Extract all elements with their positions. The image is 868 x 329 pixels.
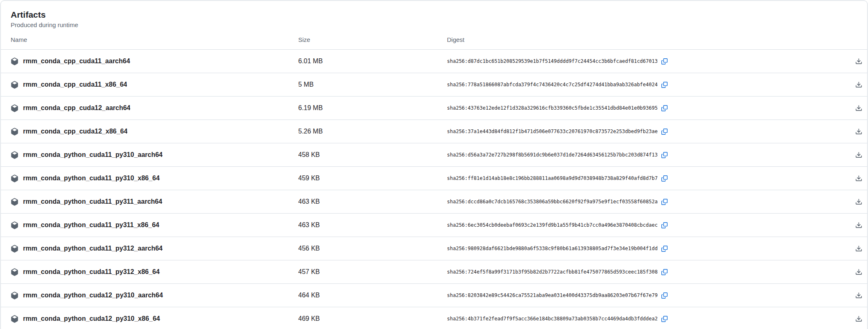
artifact-digest-cell: sha256:d87dc1bc651b208529539e1b7f5149ddd… (447, 58, 846, 64)
download-artifact-button[interactable] (855, 315, 862, 322)
artifact-name-cell: rmm_conda_cpp_cuda11_aarch64 (11, 58, 298, 65)
download-artifact-button[interactable] (855, 128, 862, 135)
artifact-size: 463 KB (298, 198, 447, 205)
table-row: rmm_conda_python_cuda11_py312_x86_64 457… (1, 260, 867, 284)
package-icon (11, 58, 18, 65)
artifact-name-cell: rmm_conda_python_cuda11_py311_x86_64 (11, 221, 298, 229)
table-row: rmm_conda_python_cuda11_py310_aarch64 45… (1, 143, 867, 167)
artifact-digest: sha256:43763e12ede12f1d328a329616cfb3393… (447, 105, 658, 111)
download-icon (855, 245, 862, 252)
artifact-size: 6.19 MB (298, 104, 447, 112)
copy-digest-button[interactable] (661, 129, 668, 135)
copy-digest-button[interactable] (661, 199, 668, 205)
package-icon (11, 221, 18, 229)
artifact-name: rmm_conda_cpp_cuda11_aarch64 (23, 58, 130, 65)
copy-icon (661, 199, 668, 205)
artifact-name-cell: rmm_conda_python_cuda11_py312_x86_64 (11, 268, 298, 276)
artifact-digest-cell: sha256:4b371fe2fead7f9f5acc366e184bc3880… (447, 316, 846, 322)
package-icon (11, 151, 18, 159)
download-artifact-button[interactable] (855, 81, 862, 88)
artifact-name: rmm_conda_python_cuda11_py311_aarch64 (23, 198, 162, 205)
artifact-name: rmm_conda_python_cuda11_py310_x86_64 (23, 175, 160, 182)
artifact-digest: sha256:8203842e89c54426ca75521aba9ea031e… (447, 292, 658, 298)
artifact-size: 457 KB (298, 268, 447, 276)
artifact-name-cell: rmm_conda_python_cuda12_py310_aarch64 (11, 292, 298, 299)
artifact-actions-cell (846, 58, 862, 65)
artifact-digest: sha256:d56a3a72e727b298f8b5691dc9b6e037d… (447, 152, 658, 158)
artifact-name: rmm_conda_python_cuda12_py310_x86_64 (23, 315, 160, 322)
download-artifact-button[interactable] (855, 222, 862, 229)
download-icon (855, 292, 862, 299)
column-header-digest: Digest (447, 36, 846, 44)
copy-digest-button[interactable] (661, 82, 668, 88)
artifact-name-cell: rmm_conda_cpp_cuda11_x86_64 (11, 81, 298, 89)
artifacts-card-header: Artifacts Produced during runtime (1, 1, 867, 29)
copy-digest-button[interactable] (661, 269, 668, 275)
artifact-actions-cell (846, 269, 862, 276)
artifact-digest-cell: sha256:6ec3054cb0deebaf0693c2e139fd9b1a5… (447, 222, 846, 228)
download-artifact-button[interactable] (855, 269, 862, 276)
artifact-size: 459 KB (298, 175, 447, 182)
download-artifact-button[interactable] (855, 105, 862, 112)
artifact-size: 5 MB (298, 81, 447, 88)
package-icon (11, 268, 18, 276)
copy-digest-button[interactable] (661, 222, 668, 228)
artifact-actions-cell (846, 128, 862, 135)
artifact-digest-cell: sha256:778a51866087abfcda379f4c7436420c4… (447, 82, 846, 88)
artifact-actions-cell (846, 105, 862, 112)
artifact-actions-cell (846, 198, 862, 205)
table-row: rmm_conda_python_cuda11_py312_aarch64 45… (1, 237, 867, 260)
download-icon (855, 128, 862, 135)
artifact-size: 469 KB (298, 315, 447, 322)
package-icon (11, 175, 18, 182)
artifact-size: 463 KB (298, 221, 447, 229)
table-row: rmm_conda_cpp_cuda11_aarch64 6.01 MB sha… (1, 50, 867, 73)
copy-digest-button[interactable] (661, 175, 668, 182)
artifact-size: 6.01 MB (298, 58, 447, 65)
download-artifact-button[interactable] (855, 152, 862, 159)
package-icon (11, 245, 18, 253)
copy-icon (661, 175, 668, 182)
copy-icon (661, 129, 668, 135)
artifact-digest-cell: sha256:980928daf6621bde9880a6f5338c9f80b… (447, 246, 846, 252)
table-row: rmm_conda_cpp_cuda12_x86_64 5.26 MB sha2… (1, 120, 867, 143)
copy-digest-button[interactable] (661, 105, 668, 111)
artifact-digest: sha256:ff81e1d14ab18e8c196bb288811aa0698… (447, 175, 658, 181)
download-icon (855, 105, 862, 112)
copy-icon (661, 152, 668, 158)
artifact-digest-cell: sha256:724ef5f8a99f3171b3f95b82d2b7722ac… (447, 269, 846, 275)
artifact-digest-cell: sha256:dccd86a0c7dcb165768c353806a59bbc6… (447, 199, 846, 205)
copy-icon (661, 292, 668, 299)
artifact-name: rmm_conda_python_cuda12_py310_aarch64 (23, 292, 163, 299)
download-artifact-button[interactable] (855, 58, 862, 65)
download-artifact-button[interactable] (855, 175, 862, 182)
copy-digest-button[interactable] (661, 152, 668, 158)
copy-icon (661, 58, 668, 64)
artifact-name: rmm_conda_cpp_cuda12_aarch64 (23, 104, 130, 112)
table-row: rmm_conda_python_cuda11_py311_x86_64 463… (1, 214, 867, 237)
artifact-digest: sha256:d87dc1bc651b208529539e1b7f5149ddd… (447, 58, 658, 64)
artifact-name-cell: rmm_conda_python_cuda11_py310_x86_64 (11, 175, 298, 182)
copy-digest-button[interactable] (661, 58, 668, 64)
table-row: rmm_conda_python_cuda12_py310_x86_64 469… (1, 307, 867, 329)
copy-icon (661, 222, 668, 228)
download-artifact-button[interactable] (855, 292, 862, 299)
artifact-actions-cell (846, 152, 862, 159)
copy-icon (661, 316, 668, 322)
copy-icon (661, 105, 668, 111)
copy-digest-button[interactable] (661, 316, 668, 322)
artifact-digest-cell: sha256:8203842e89c54426ca75521aba9ea031e… (447, 292, 846, 299)
copy-icon (661, 82, 668, 88)
download-icon (855, 198, 862, 205)
download-icon (855, 269, 862, 276)
download-artifact-button[interactable] (855, 198, 862, 205)
copy-digest-button[interactable] (661, 246, 668, 252)
artifact-name-cell: rmm_conda_python_cuda11_py310_aarch64 (11, 151, 298, 159)
artifact-name: rmm_conda_python_cuda11_py312_x86_64 (23, 268, 160, 276)
download-artifact-button[interactable] (855, 245, 862, 252)
copy-icon (661, 246, 668, 252)
artifact-name: rmm_conda_python_cuda11_py310_aarch64 (23, 151, 163, 159)
copy-digest-button[interactable] (661, 292, 668, 299)
download-icon (855, 81, 862, 88)
artifact-digest-cell: sha256:d56a3a72e727b298f8b5691dc9b6e037d… (447, 152, 846, 158)
